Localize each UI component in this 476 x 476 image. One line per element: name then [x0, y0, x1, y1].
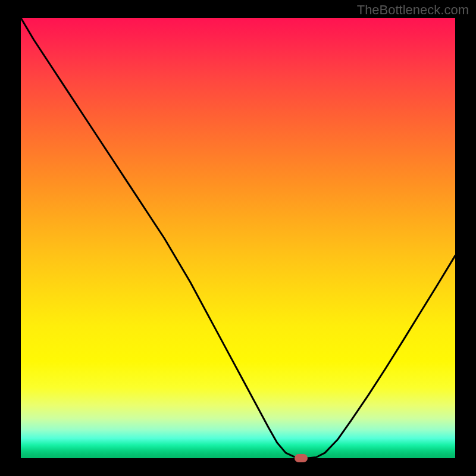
bottleneck-curve	[21, 18, 455, 458]
plot-background	[21, 18, 455, 458]
chart-frame: TheBottleneck.com	[0, 0, 476, 476]
optimal-point-marker	[295, 454, 308, 462]
watermark-text: TheBottleneck.com	[357, 2, 469, 18]
